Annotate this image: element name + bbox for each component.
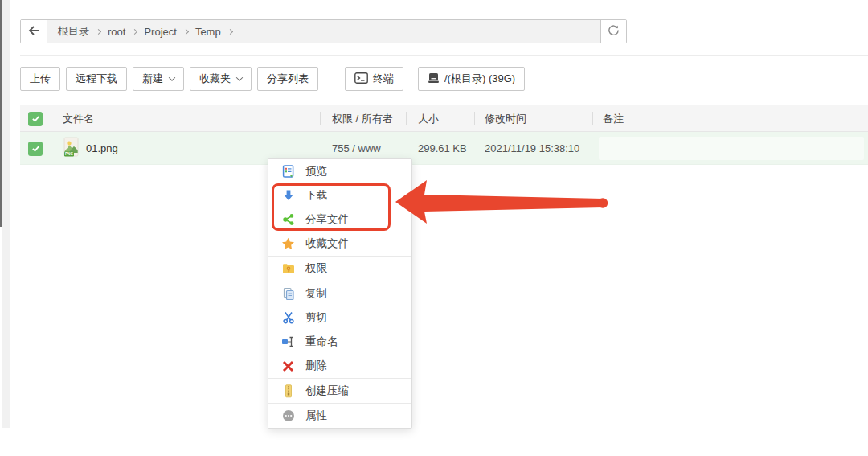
header-size[interactable]: 大小 xyxy=(418,105,439,132)
menu-item-compress[interactable]: 创建压缩 xyxy=(268,379,411,403)
menu-item-permission[interactable]: 权限 xyxy=(268,257,411,281)
header-mtime[interactable]: 修改时间 xyxy=(485,105,526,132)
column-divider xyxy=(320,112,321,125)
zip-icon xyxy=(281,384,295,398)
left-edge-gray-strip xyxy=(2,0,10,428)
filename-cell[interactable]: PNG 01.png xyxy=(63,132,118,165)
row-checkbox-cell xyxy=(28,132,43,165)
select-all-checkbox[interactable] xyxy=(28,112,43,126)
menu-item-favorite[interactable]: 收藏文件 xyxy=(268,232,411,256)
menu-item-preview[interactable]: 预览 xyxy=(268,159,411,183)
properties-icon xyxy=(281,409,295,423)
menu-item-cut[interactable]: 剪切 xyxy=(268,306,411,330)
column-divider xyxy=(406,112,407,125)
cut-icon xyxy=(281,311,295,325)
header-filename[interactable]: 文件名 xyxy=(63,105,94,132)
path-bar: 根目录 root Project Temp xyxy=(20,19,627,43)
favorites-button[interactable]: 收藏夹 xyxy=(190,67,252,91)
arrow-left-icon xyxy=(28,24,40,39)
mtime-cell: 2021/11/19 15:38:10 xyxy=(485,132,579,165)
annotation-arrow xyxy=(390,173,619,233)
share-list-button[interactable]: 分享列表 xyxy=(257,67,318,91)
column-divider xyxy=(592,112,593,125)
permission-icon xyxy=(281,262,295,276)
remark-cell[interactable] xyxy=(599,137,864,160)
size-cell: 299.61 KB xyxy=(418,132,467,165)
divider xyxy=(20,55,868,56)
disk-selector-button[interactable]: /(根目录) (39G) xyxy=(418,67,525,91)
png-file-icon: PNG xyxy=(63,137,80,160)
menu-item-label: 删除 xyxy=(305,359,327,373)
chevron-right-icon xyxy=(132,28,137,34)
back-button[interactable] xyxy=(21,20,47,43)
svg-text:PNG: PNG xyxy=(65,152,73,156)
new-menu-button[interactable]: 新建 xyxy=(133,67,184,91)
chevron-right-icon xyxy=(96,28,101,34)
menu-item-properties[interactable]: 属性 xyxy=(268,404,411,428)
favorites-label: 收藏夹 xyxy=(199,72,231,86)
download-icon xyxy=(281,189,295,203)
refresh-icon xyxy=(608,24,620,39)
menu-item-label: 收藏文件 xyxy=(305,236,349,251)
share-icon xyxy=(281,213,295,227)
context-menu: 预览 下载 分享文件 收藏文件 权限 复制 剪切 xyxy=(268,158,412,429)
menu-item-copy[interactable]: 复制 xyxy=(268,281,411,306)
chevron-down-icon xyxy=(236,74,243,80)
menu-item-label: 权限 xyxy=(305,261,327,276)
menu-item-delete[interactable]: 删除 xyxy=(268,354,411,378)
terminal-button[interactable]: 终端 xyxy=(345,67,403,91)
column-divider xyxy=(474,112,475,125)
menu-item-rename[interactable]: 重命名 xyxy=(268,330,411,354)
menu-item-share[interactable]: 分享文件 xyxy=(268,207,411,232)
menu-item-label: 下载 xyxy=(305,188,327,203)
chevron-right-icon xyxy=(183,28,189,34)
terminal-label: 终端 xyxy=(373,72,394,86)
refresh-button[interactable] xyxy=(600,20,626,43)
table-row[interactable]: PNG 01.png 755 / www 299.61 KB 2021/11/1… xyxy=(20,132,868,165)
copy-icon xyxy=(281,287,295,301)
menu-item-label: 预览 xyxy=(305,164,327,179)
disk-icon xyxy=(428,72,440,86)
preview-icon xyxy=(281,165,295,179)
menu-item-download[interactable]: 下载 xyxy=(268,183,411,207)
row-checkbox[interactable] xyxy=(28,142,43,156)
menu-item-label: 属性 xyxy=(305,409,327,423)
terminal-icon xyxy=(354,72,368,86)
header-remark[interactable]: 备注 xyxy=(603,105,624,132)
menu-item-label: 剪切 xyxy=(305,310,327,325)
breadcrumb: 根目录 root Project Temp xyxy=(47,20,600,43)
rename-icon xyxy=(281,335,295,349)
filename-label: 01.png xyxy=(86,142,118,154)
chevron-right-icon xyxy=(227,28,233,34)
menu-item-label: 复制 xyxy=(305,286,327,301)
remote-download-button[interactable]: 远程下载 xyxy=(66,67,127,91)
column-divider xyxy=(858,112,858,125)
header-perm-owner[interactable]: 权限 / 所有者 xyxy=(332,105,393,132)
file-table: 文件名 权限 / 所有者 大小 修改时间 备注 PNG xyxy=(20,105,868,165)
select-all-checkbox-cell xyxy=(28,105,43,132)
menu-item-label: 分享文件 xyxy=(305,212,349,227)
menu-item-label: 重命名 xyxy=(305,335,338,349)
menu-item-label: 创建压缩 xyxy=(305,384,349,398)
toolbar: 上传 远程下载 新建 收藏夹 分享列表 终端 /(根目录) (39G) xyxy=(20,67,530,91)
star-icon xyxy=(281,237,295,251)
upload-button[interactable]: 上传 xyxy=(20,67,60,91)
delete-icon xyxy=(281,359,295,373)
new-menu-label: 新建 xyxy=(142,72,163,86)
table-header: 文件名 权限 / 所有者 大小 修改时间 备注 xyxy=(20,105,868,132)
breadcrumb-root[interactable]: 根目录 xyxy=(58,24,89,39)
chevron-down-icon xyxy=(169,74,175,80)
disk-selector-label: /(根目录) (39G) xyxy=(444,72,515,86)
breadcrumb-item[interactable]: Project xyxy=(144,26,176,38)
breadcrumb-item[interactable]: root xyxy=(108,26,125,38)
breadcrumb-item[interactable]: Temp xyxy=(195,26,221,38)
